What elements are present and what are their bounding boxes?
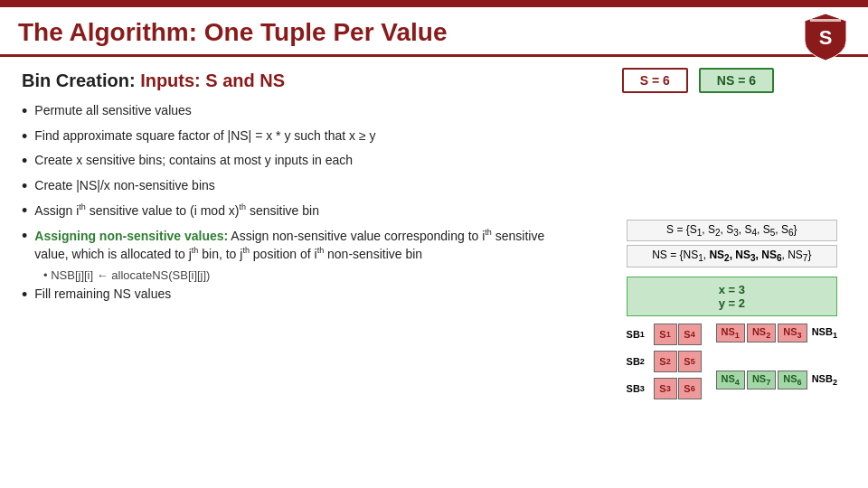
nsb1-tag: NSB1	[812, 326, 837, 340]
bullet-text-1: Permute all sensitive values	[34, 102, 564, 120]
sb2-cells: S2 S5	[654, 351, 702, 372]
bullet-6: • Assigning non-sensitive values: Assign…	[22, 227, 564, 264]
svg-rect-1	[810, 19, 841, 22]
sb1-s4: S4	[678, 324, 702, 345]
bullet-dot-3: •	[22, 152, 27, 172]
bullet-5: • Assign ith sensitive value to (i mod x…	[22, 202, 564, 221]
svg-text:S: S	[818, 26, 832, 49]
bin-creation-row: Bin Creation: Inputs: S and NS S = 6 NS …	[22, 68, 846, 93]
sb3-label: SB3	[627, 378, 654, 399]
bullet-dot-2: •	[22, 127, 27, 147]
bullet-text-2: Find approximate square factor of |NS| =…	[34, 127, 564, 145]
sb2-label: SB2	[627, 351, 654, 372]
sb2-s2: S2	[654, 351, 677, 372]
nsb2-ns4: NS4	[716, 371, 745, 389]
nsb2-tag: NSB2	[812, 373, 837, 387]
sb3-s6: S6	[678, 378, 702, 399]
nsb-row-2: NS4 NS7 NS6 NSB2	[716, 371, 837, 389]
bullet-text-3: Create x sensitive bins; contains at mos…	[34, 152, 564, 170]
s-set-box: S = {S1, S2, S3, S4, S5, S6}	[627, 220, 837, 241]
sb1-cells: S1 S4	[654, 324, 702, 345]
sb1-s1: S1	[654, 324, 677, 345]
bullet-text-6: Assigning non-sensitive values: Assign n…	[34, 227, 564, 264]
y-value: y = 2	[646, 296, 818, 310]
bullet-2: • Find approximate square factor of |NS|…	[22, 127, 564, 147]
bullet-dot-5: •	[22, 202, 27, 221]
sb-row-1: SB1 S1 S4	[627, 324, 702, 345]
sb-section: SB1 S1 S4 SB2 S2 S5 SB3	[627, 324, 702, 402]
bullet-3: • Create x sensitive bins; contains at m…	[22, 152, 564, 172]
bullet-dot-6: •	[22, 227, 27, 247]
nsb-section: NS1 NS2 NS3 NSB1 NS4 NS7 NS6 NSB2	[716, 324, 837, 389]
top-section: The Algorithm: One Tuple Per Value S	[0, 7, 868, 54]
stanford-logo: S	[800, 12, 850, 61]
bullet-dot-4: •	[22, 177, 27, 197]
sub-bullet: • NSB[j][i] ← allocateNS(SB[i][j])	[43, 268, 564, 282]
main-content: Bin Creation: Inputs: S and NS S = 6 NS …	[0, 68, 868, 305]
bullet-dot-1: •	[22, 102, 27, 122]
nsb-row-1: NS1 NS2 NS3 NSB1	[716, 324, 837, 343]
sb3-s3: S3	[654, 378, 677, 399]
bullet-list: • Permute all sensitive values • Find ap…	[22, 102, 564, 305]
bullet-1: • Permute all sensitive values	[22, 102, 564, 122]
nsb2-ns6: NS6	[778, 371, 807, 389]
header-bar	[0, 0, 868, 7]
sb-row-3: SB3 S3 S6	[627, 378, 702, 399]
inputs-label: Inputs: S and NS	[140, 70, 285, 90]
s-badge: S = 6	[622, 68, 688, 93]
divider	[0, 54, 868, 57]
nsb1-ns1: NS1	[716, 324, 745, 343]
sb-and-nsb: SB1 S1 S4 SB2 S2 S5 SB3	[627, 324, 837, 402]
right-panel: S = {S1, S2, S3, S4, S5, S6} NS = {NS1, …	[627, 220, 837, 402]
x-value: x = 3	[646, 283, 818, 296]
bullet-text-4: Create |NS|/x non-sensitive bins	[34, 177, 564, 195]
sb1-label: SB1	[627, 324, 654, 345]
bin-creation-label: Bin Creation:	[22, 70, 136, 90]
bullet-text-7: Fill remaining NS values	[34, 286, 564, 304]
sb-row-2: SB2 S2 S5	[627, 351, 702, 372]
bullet-4: • Create |NS|/x non-sensitive bins	[22, 177, 564, 197]
page-title: The Algorithm: One Tuple Per Value	[18, 18, 850, 47]
bin-creation-title: Bin Creation: Inputs: S and NS	[22, 70, 608, 91]
bullet-7: • Fill remaining NS values	[22, 286, 564, 305]
nsb2-ns7: NS7	[747, 371, 776, 389]
bullet-dot-7: •	[22, 286, 27, 305]
sb3-cells: S3 S6	[654, 378, 702, 399]
ns-badge: NS = 6	[699, 68, 774, 93]
ns-set-box: NS = {NS1, NS2, NS3, NS6, NS7}	[627, 245, 837, 267]
assigning-label: Assigning non-sensitive values:	[34, 229, 228, 243]
nsb1-ns3: NS3	[778, 324, 807, 343]
nsb1-ns2: NS2	[747, 324, 776, 343]
bullet-text-5: Assign ith sensitive value to (i mod x)t…	[34, 202, 564, 220]
sb2-s5: S5	[678, 351, 702, 372]
xy-box: x = 3 y = 2	[627, 277, 837, 316]
